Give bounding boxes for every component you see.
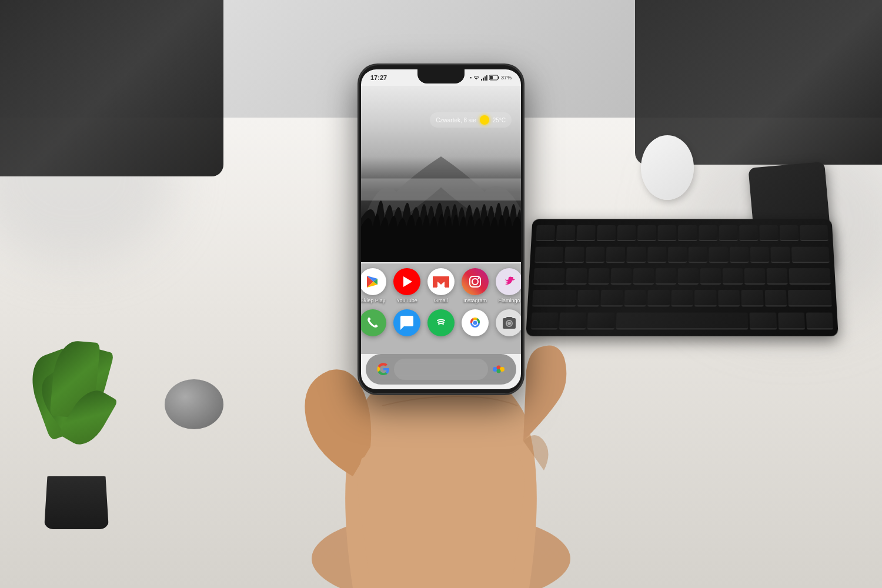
svg-rect-6 <box>498 76 499 79</box>
spotify-svg <box>433 315 449 331</box>
phone-call-svg <box>366 316 380 330</box>
gmail-svg <box>432 275 450 288</box>
spotify-icon[interactable] <box>427 309 455 336</box>
svg-rect-3 <box>485 76 486 81</box>
app-row-2 <box>370 309 512 339</box>
svg-rect-7 <box>490 76 493 79</box>
key <box>750 312 777 329</box>
app-item-spotify[interactable] <box>427 309 455 339</box>
svg-point-18 <box>473 321 477 325</box>
hand-container: 17:27 ▪ <box>265 29 617 588</box>
status-time: 17:27 <box>370 74 387 81</box>
app-item-play-store[interactable]: Sklep Play <box>361 268 386 303</box>
key-space <box>616 312 748 329</box>
app-item-gmail[interactable]: Gmail <box>427 268 455 303</box>
google-assistant-button[interactable] <box>490 361 507 377</box>
key <box>759 225 778 241</box>
key <box>678 268 699 285</box>
key <box>647 246 666 262</box>
svg-rect-1 <box>481 79 482 81</box>
signal-icon <box>481 75 488 81</box>
google-search-bar[interactable] <box>394 359 488 380</box>
plant-leaves <box>29 341 123 482</box>
key <box>730 246 749 262</box>
play-store-icon[interactable] <box>361 268 386 295</box>
svg-rect-8 <box>361 179 521 201</box>
key <box>624 290 646 306</box>
key <box>719 225 737 241</box>
google-g-svg <box>377 363 390 376</box>
key <box>764 290 787 306</box>
key <box>771 246 790 262</box>
yt-play-icon <box>403 276 412 287</box>
chrome-svg <box>465 313 485 333</box>
youtube-icon[interactable] <box>393 268 420 295</box>
gmail-icon[interactable] <box>427 268 455 295</box>
instagram-icon[interactable] <box>462 268 489 295</box>
gmail-label: Gmail <box>434 298 448 303</box>
app-item-phone[interactable] <box>361 309 386 339</box>
key <box>656 268 676 285</box>
white-speaker <box>641 135 694 200</box>
key <box>767 268 788 285</box>
flamingo-svg <box>501 273 517 290</box>
key <box>668 246 687 262</box>
monitor-top-left <box>0 0 223 176</box>
play-store-label: Sklep Play <box>361 298 385 303</box>
youtube-label: YouTube <box>396 298 417 303</box>
flamingo-label: Flamingo <box>498 298 520 303</box>
camera-icon[interactable] <box>496 309 521 336</box>
key <box>637 225 656 241</box>
battery-icon <box>489 75 500 81</box>
mountain-svg <box>361 86 521 262</box>
app-item-chrome[interactable] <box>462 309 489 339</box>
app-item-instagram[interactable]: Instagram <box>462 268 489 303</box>
svg-point-20 <box>507 322 511 325</box>
pebble-device <box>165 379 223 429</box>
app-item-messages[interactable] <box>393 309 420 339</box>
key <box>778 312 805 329</box>
app-item-flamingo[interactable]: Flamingo <box>496 268 521 303</box>
dock-area <box>366 354 516 385</box>
phone-icon[interactable] <box>361 309 386 336</box>
key <box>800 225 828 241</box>
key <box>806 312 833 329</box>
key <box>791 246 829 262</box>
key <box>741 290 764 306</box>
key <box>739 225 758 241</box>
svg-point-24 <box>497 369 501 373</box>
key <box>633 268 654 285</box>
wallpaper-area: Czwartek, 8 sie 25°C <box>361 86 521 262</box>
phone-notch <box>417 69 465 83</box>
messages-icon[interactable] <box>393 309 420 336</box>
svg-rect-4 <box>486 75 487 81</box>
app-item-camera[interactable] <box>496 309 521 339</box>
app-item-youtube[interactable]: YouTube <box>393 268 420 303</box>
instagram-svg <box>467 274 483 289</box>
google-g-button[interactable] <box>375 361 392 377</box>
key <box>627 246 646 262</box>
chrome-icon[interactable] <box>462 309 489 336</box>
key <box>750 246 770 262</box>
key <box>709 246 728 262</box>
notification-icon: ▪ <box>470 75 472 81</box>
svg-point-11 <box>472 279 478 285</box>
mountain-silhouette <box>361 86 521 262</box>
phone-body: 17:27 ▪ <box>359 65 523 394</box>
play-store-svg <box>365 273 381 290</box>
key <box>689 246 707 262</box>
messages-svg <box>399 316 415 330</box>
key <box>744 268 766 285</box>
key <box>780 225 799 241</box>
svg-rect-2 <box>483 78 484 81</box>
key <box>617 225 636 241</box>
key <box>700 268 721 285</box>
plant-pot <box>44 476 109 529</box>
key <box>699 225 717 241</box>
assistant-svg <box>492 362 506 376</box>
wifi-icon <box>473 75 480 81</box>
camera-svg <box>501 316 517 330</box>
flamingo-icon[interactable] <box>496 268 521 295</box>
key <box>718 290 740 306</box>
battery-percent: 37% <box>501 75 512 81</box>
